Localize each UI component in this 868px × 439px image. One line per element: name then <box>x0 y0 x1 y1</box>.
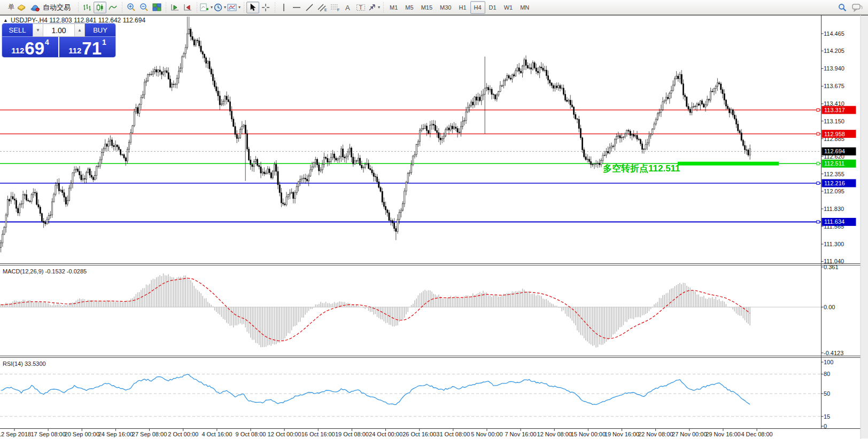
macd-indicator-label: MACD(12,26,9) -0.1532 -0.0285 <box>3 268 87 275</box>
autotrading-label: 自动交易 <box>41 3 73 12</box>
svg-text:19 Oct 08:00: 19 Oct 08:00 <box>335 431 369 437</box>
svg-text:24 Sep 16:00: 24 Sep 16:00 <box>98 431 133 437</box>
crosshair-button[interactable] <box>259 2 272 13</box>
templates-icon <box>227 4 237 11</box>
one-click-trade-panel: SELL ▼ 1.00 ▲ BUY 112 69 4 112 71 1 <box>2 23 115 57</box>
equidistant-channel-icon: E <box>317 3 327 12</box>
tile-windows-button[interactable] <box>150 2 163 13</box>
buy-price-prefix: 112 <box>68 46 81 54</box>
svg-text:111.300: 111.300 <box>824 241 844 247</box>
svg-text:12 Sep 2018: 12 Sep 2018 <box>0 431 31 437</box>
line-chart-button[interactable] <box>106 2 119 13</box>
volume-decrease-button[interactable]: ▼ <box>33 23 43 37</box>
buy-price[interactable]: 112 71 1 <box>59 37 115 57</box>
sell-button[interactable]: SELL <box>2 23 33 37</box>
svg-text:114.205: 114.205 <box>824 48 844 54</box>
horizontal-line-button[interactable] <box>290 2 303 13</box>
auto-scroll-button[interactable] <box>168 2 181 13</box>
text-button[interactable]: A <box>342 2 354 13</box>
toolbar-grip <box>196 2 198 13</box>
main-toolbar: 单 自动交易 <box>0 0 868 15</box>
svg-text:80: 80 <box>824 371 830 377</box>
sell-price[interactable]: 112 69 4 <box>2 37 58 57</box>
arrows-button[interactable]: ▾ <box>367 2 381 13</box>
chart-shift-button[interactable] <box>181 2 194 13</box>
toolbar-grip <box>77 2 79 13</box>
buy-button[interactable]: BUY <box>85 23 115 37</box>
line-chart-icon <box>108 3 117 12</box>
svg-text:19 Nov 16:00: 19 Nov 16:00 <box>604 431 639 437</box>
toolbar-grip <box>165 2 167 13</box>
text-label-icon: T <box>356 3 366 12</box>
search-icon[interactable] <box>838 3 847 12</box>
chart-canvas[interactable]: 114.465114.205113.940113.675113.410113.1… <box>0 15 868 439</box>
svg-text:22 Nov 08:00: 22 Nov 08:00 <box>638 431 673 437</box>
dropdown-arrow-icon: ▾ <box>238 5 241 10</box>
svg-text:16 Oct 16:00: 16 Oct 16:00 <box>301 431 335 437</box>
timeframe-w1[interactable]: W1 <box>500 1 517 14</box>
timeframe-h1[interactable]: H1 <box>455 1 470 14</box>
timeframe-d1[interactable]: D1 <box>485 1 500 14</box>
dropdown-arrow-icon: ▾ <box>378 5 380 10</box>
sell-price-pip: 4 <box>45 38 49 46</box>
svg-text:111.830: 111.830 <box>824 206 844 212</box>
templates-button[interactable]: ▾ <box>227 2 241 13</box>
timeframe-mn[interactable]: MN <box>516 1 533 14</box>
timeframe-h4[interactable]: H4 <box>470 1 485 14</box>
zoom-in-button[interactable] <box>125 2 137 13</box>
chart-shift-icon <box>183 3 192 12</box>
svg-text:4 Dec 08:00: 4 Dec 08:00 <box>741 431 772 437</box>
timeframe-m30[interactable]: M30 <box>436 1 455 14</box>
equidistant-channel-button[interactable]: E <box>316 2 329 13</box>
svg-text:31 Oct 08:00: 31 Oct 08:00 <box>436 431 470 437</box>
vertical-line-icon <box>280 3 288 12</box>
text-label-button[interactable]: T <box>354 2 367 13</box>
candlestick-chart-icon <box>96 3 104 12</box>
svg-text:0.361: 0.361 <box>824 264 839 270</box>
chat-icon[interactable] <box>852 3 863 12</box>
timeframe-m15[interactable]: M15 <box>417 1 436 14</box>
fibonacci-button[interactable]: F <box>329 2 342 13</box>
horizontal-line-icon <box>292 4 301 11</box>
arrows-icon <box>368 3 376 12</box>
cursor-button[interactable] <box>246 2 259 13</box>
buy-price-pip: 1 <box>102 38 106 46</box>
candlestick-chart-button[interactable] <box>94 2 106 13</box>
zoom-in-icon <box>127 3 136 12</box>
vertical-line-button[interactable] <box>277 2 290 13</box>
volume-increase-button[interactable]: ▲ <box>74 23 85 37</box>
chart-title-text: USDJPY-,H4 112.803 112.841 112.642 112.6… <box>11 17 145 24</box>
svg-text:29 Nov 16:00: 29 Nov 16:00 <box>706 431 740 437</box>
bar-chart-button[interactable] <box>81 2 94 13</box>
svg-text:12 Nov 08:00: 12 Nov 08:00 <box>537 431 572 437</box>
svg-text:T: T <box>359 4 363 11</box>
svg-text:-0.4123: -0.4123 <box>824 350 843 356</box>
chart-window: 114.465114.205113.940113.675113.410113.1… <box>0 15 868 439</box>
zoom-out-button[interactable] <box>137 2 150 13</box>
svg-text:E: E <box>324 8 327 12</box>
pivot-annotation: 多空转折点112.511 <box>603 162 680 175</box>
svg-text:12 Oct 00:00: 12 Oct 00:00 <box>268 431 301 437</box>
tile-windows-icon <box>152 3 161 11</box>
collapse-trade-panel-icon[interactable]: ▲ <box>3 18 8 23</box>
timeframe-m5[interactable]: M5 <box>401 1 417 14</box>
svg-text:15 Nov 00:00: 15 Nov 00:00 <box>571 431 606 437</box>
indicators-icon <box>200 3 209 12</box>
volume-input[interactable]: 1.00 <box>43 23 74 37</box>
indicators-button[interactable]: ▾ <box>199 2 213 13</box>
svg-text:17 Sep 08:00: 17 Sep 08:00 <box>30 431 65 437</box>
svg-text:7 Nov 16:00: 7 Nov 16:00 <box>505 431 536 437</box>
periods-button[interactable]: ▾ <box>213 2 227 13</box>
svg-text:112.958: 112.958 <box>824 131 845 137</box>
new-order-button[interactable]: 单 <box>1 2 15 13</box>
svg-text:5 Nov 00:00: 5 Nov 00:00 <box>471 431 502 437</box>
fibonacci-icon: F <box>330 3 340 12</box>
autotrading-button[interactable]: 自动交易 <box>28 2 75 13</box>
timeframe-m1[interactable]: M1 <box>386 1 401 14</box>
svg-text:112.095: 112.095 <box>824 188 844 194</box>
metaeditor-button[interactable] <box>15 2 28 13</box>
trendline-button[interactable] <box>303 2 316 13</box>
cursor-icon <box>249 3 257 12</box>
svg-text:113.317: 113.317 <box>824 107 845 113</box>
svg-text:112.355: 112.355 <box>824 171 844 177</box>
